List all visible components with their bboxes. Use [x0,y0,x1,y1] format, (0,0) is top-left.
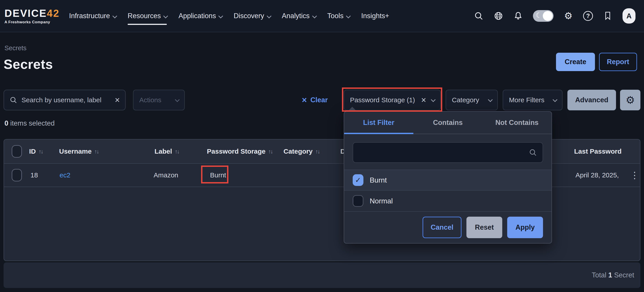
nav-item-insights[interactable]: Insights+ [361,9,389,23]
actions-label: Actions [139,96,161,104]
clear-label: Clear [310,96,328,104]
brand-logo[interactable]: DEVICE42 A Freshworks Company [4,8,60,24]
tab-list-filter[interactable]: List Filter [344,112,413,134]
check-icon: ✓ [355,176,361,184]
sort-icon[interactable]: ↑↓ [268,148,272,155]
create-button[interactable]: Create [556,53,595,71]
sort-icon[interactable]: ↑↓ [315,148,320,155]
moon-icon: ☾ [536,11,542,20]
chevron-down-icon [112,14,117,18]
search-input[interactable] [22,96,111,104]
panel-caret [348,107,357,111]
chevron-down-icon [553,97,557,102]
table-settings-button[interactable]: ⚙ [620,90,640,110]
nav-item-label: Analytics [282,12,310,20]
brand-wordmark: DEVICE42 [4,8,60,18]
cell-label: Amazon [154,164,178,187]
column-label: ID [29,148,36,155]
nav-item-resources[interactable]: Resources [128,9,167,23]
nav-item-label: Infrastructure [69,12,110,20]
gear-glyph: ⚙ [626,95,635,105]
chevron-down-icon [175,97,180,102]
select-all-checkbox[interactable] [12,145,22,158]
nav-item-analytics[interactable]: Analytics [282,9,316,23]
apply-button[interactable]: Apply [507,217,543,238]
column-label: Category [284,148,312,155]
filter-chip-label: Password Storage (1) [350,96,415,104]
filter-chip-label: More Filters [509,96,544,104]
chevron-down-icon [346,14,351,18]
avatar[interactable]: A [622,8,636,24]
sort-icon[interactable]: ↑↓ [38,148,43,155]
checkbox-unchecked[interactable] [353,195,364,207]
filter-option-normal[interactable]: Normal [344,191,552,212]
nav-item-tools[interactable]: Tools [327,9,350,23]
cancel-button[interactable]: Cancel [422,217,462,238]
sort-icon[interactable]: ↑↓ [94,148,98,155]
column-label: Username [59,148,92,155]
remove-filter-icon[interactable]: × [421,96,426,104]
settings-gear-icon[interactable]: ⚙ [564,11,573,21]
total-number: 1 [608,271,612,279]
nav-menu: Infrastructure Resources Applications Di… [69,9,389,23]
column-header-label[interactable]: Label↑↓ [154,139,179,163]
nav-item-label: Insights+ [361,12,389,20]
nav-item-applications[interactable]: Applications [178,9,222,23]
category-filter-chip[interactable]: Category [446,90,498,110]
password-storage-filter-panel: List Filter Contains Not Contains ✓ Burn… [344,111,552,244]
more-filters-chip[interactable]: More Filters [503,90,562,110]
checkbox-checked[interactable]: ✓ [353,174,364,186]
gear-glyph: ⚙ [564,11,572,21]
filter-search-input[interactable] [358,149,529,156]
clear-filters-button[interactable]: × Clear [302,90,328,110]
chevron-down-icon [267,14,272,18]
help-icon[interactable]: ? [583,11,593,21]
column-header-username[interactable]: Username↑↓ [59,139,98,163]
total-count: Total 1 Secret [592,271,634,279]
toggle-knob [543,11,553,21]
nav-utilities: ☾ ⚙ ? A [474,8,636,24]
clear-search-icon[interactable]: × [115,96,120,104]
column-header-category[interactable]: Category↑↓ [284,139,320,163]
nav-item-discovery[interactable]: Discovery [234,9,270,23]
theme-toggle[interactable]: ☾ [533,10,554,22]
column-label: Last Password [574,148,622,155]
row-checkbox[interactable] [12,169,22,181]
bookmark-icon[interactable] [603,11,613,21]
globe-icon[interactable] [494,11,504,21]
nav-item-label: Tools [327,12,344,20]
cell-last-password: April 28, 2025, [576,164,619,187]
filter-panel-tabs: List Filter Contains Not Contains [344,112,552,134]
actions-dropdown[interactable]: Actions [133,90,185,110]
nav-item-label: Discovery [234,12,264,20]
selection-count: 0 [4,119,8,127]
advanced-button[interactable]: Advanced [568,90,616,110]
report-button[interactable]: Report [599,53,637,71]
total-suffix: Secret [612,271,634,279]
search-icon [10,96,18,104]
brand-word: DEVICE [4,8,47,19]
app-root: DEVICE42 A Freshworks Company Infrastruc… [0,0,644,292]
column-header-last-password[interactable]: Last Password [574,139,640,163]
tab-contains[interactable]: Contains [413,112,482,134]
sort-icon[interactable]: ↑↓ [175,148,179,155]
nav-item-infrastructure[interactable]: Infrastructure [69,9,116,23]
row-menu-icon[interactable]: ⋮ [630,170,639,180]
table-search: × [4,90,126,110]
chevron-down-icon [218,14,223,18]
filter-option-burnt[interactable]: ✓ Burnt [344,170,552,191]
close-icon: × [302,96,307,104]
column-header-id[interactable]: ID↑↓ [29,139,43,163]
column-label: Password Storage [207,148,266,155]
tab-not-contains[interactable]: Not Contains [482,112,552,134]
filter-option-search [353,142,543,163]
password-storage-filter-chip[interactable]: Password Storage (1) × [344,90,441,110]
column-header-password-storage[interactable]: Password Storage↑↓ [207,139,272,163]
bell-icon[interactable] [513,11,523,21]
help-glyph: ? [586,13,590,20]
search-icon[interactable] [474,11,484,21]
reset-button[interactable]: Reset [466,217,502,238]
filter-panel-actions: Cancel Reset Apply [422,217,543,238]
chevron-down-icon [431,97,436,102]
cell-username-link[interactable]: ec2 [60,171,70,179]
